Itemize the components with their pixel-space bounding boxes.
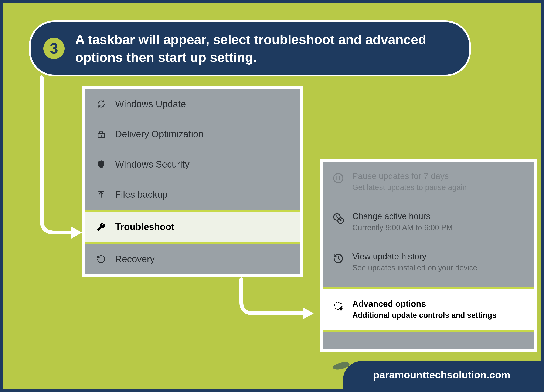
upload-icon [96, 190, 106, 200]
option-pause-updates[interactable]: Pause updates for 7 days Get latest upda… [323, 161, 534, 202]
advanced-icon [333, 300, 344, 311]
sidebar-item-files-backup[interactable]: Files backup [85, 179, 301, 210]
sidebar-item-windows-update[interactable]: Windows Update [85, 89, 301, 119]
sidebar-item-label: Files backup [115, 189, 168, 200]
step-header: 3 A taskbar will appear, select troubles… [29, 20, 471, 76]
option-subtitle: Currently 9:00 AM to 6:00 PM [352, 223, 453, 232]
svg-point-6 [340, 307, 343, 310]
arrow-step-to-left-panel [35, 75, 86, 245]
option-title: Change active hours [352, 212, 453, 221]
footer-url: paramounttechsolution.com [373, 369, 510, 381]
option-subtitle: See updates installed on your device [352, 263, 477, 272]
option-title: Pause updates for 7 days [352, 171, 467, 181]
svg-marker-2 [303, 307, 314, 319]
svg-point-3 [334, 173, 343, 183]
wrench-icon [96, 222, 106, 232]
arrow-left-to-right-panel [233, 277, 322, 320]
sidebar-item-delivery-optimization[interactable]: Delivery Optimization [85, 119, 301, 149]
sidebar-item-label: Windows Security [115, 159, 189, 170]
sidebar-item-troubleshoot[interactable]: Troubleshoot [85, 210, 301, 244]
history-icon [333, 253, 344, 264]
sidebar-item-label: Windows Update [115, 99, 186, 109]
footer-brand: paramounttechsolution.com [343, 361, 541, 389]
step-number-badge: 3 [43, 38, 65, 59]
svg-marker-0 [71, 227, 82, 238]
settings-sidebar-panel: Windows Update Delivery Optimization Win… [83, 86, 303, 277]
option-title: Advanced options [352, 299, 497, 309]
option-subtitle: Get latest updates to pause again [352, 183, 467, 192]
option-subtitle: Additional update controls and settings [352, 311, 497, 320]
sidebar-item-recovery[interactable]: Recovery [85, 244, 301, 274]
option-change-active-hours[interactable]: Change active hours Currently 9:00 AM to… [323, 202, 534, 242]
option-advanced-options[interactable]: Advanced options Additional update contr… [323, 287, 534, 332]
step-instruction-text: A taskbar will appear, select troublesho… [75, 31, 452, 66]
option-title: View update history [352, 252, 477, 261]
sidebar-item-label: Delivery Optimization [115, 129, 204, 139]
pause-icon [333, 173, 344, 184]
recovery-icon [96, 254, 106, 264]
sidebar-item-label: Recovery [115, 254, 155, 264]
sidebar-item-label: Troubleshoot [115, 221, 174, 232]
clock-icon [333, 213, 344, 224]
delivery-icon [96, 129, 106, 139]
refresh-icon [96, 99, 106, 109]
sidebar-item-windows-security[interactable]: Windows Security [85, 149, 301, 179]
update-options-panel: Pause updates for 7 days Get latest upda… [320, 159, 537, 352]
option-view-update-history[interactable]: View update history See updates installe… [323, 242, 534, 282]
shield-icon [96, 159, 106, 169]
